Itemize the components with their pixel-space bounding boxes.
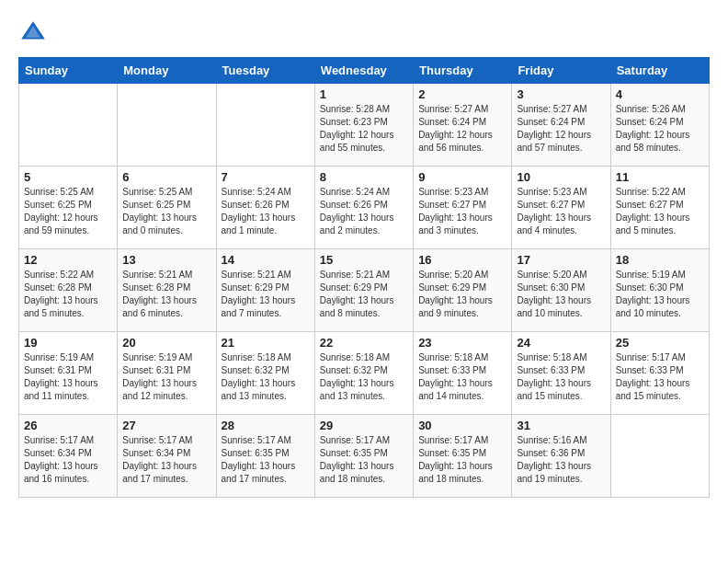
- day-info: Sunrise: 5:21 AM Sunset: 6:29 PM Dayligh…: [222, 269, 310, 320]
- logo-icon: [18, 18, 48, 48]
- day-number: 14: [222, 253, 310, 267]
- day-info: Sunrise: 5:17 AM Sunset: 6:34 PM Dayligh…: [24, 434, 112, 486]
- calendar-cell: 30Sunrise: 5:17 AM Sunset: 6:35 PM Dayli…: [414, 415, 512, 498]
- calendar-week-4: 19Sunrise: 5:19 AM Sunset: 6:31 PM Dayli…: [19, 332, 710, 415]
- header-wednesday: Wednesday: [314, 58, 413, 84]
- day-number: 3: [517, 87, 605, 101]
- day-info: Sunrise: 5:25 AM Sunset: 6:25 PM Dayligh…: [24, 186, 112, 237]
- day-info: Sunrise: 5:27 AM Sunset: 6:24 PM Dayligh…: [418, 103, 506, 155]
- day-number: 26: [24, 419, 112, 432]
- page-header: [18, 18, 710, 48]
- calendar-cell: 6Sunrise: 5:25 AM Sunset: 6:25 PM Daylig…: [118, 167, 216, 249]
- calendar-cell: 15Sunrise: 5:21 AM Sunset: 6:29 PM Dayli…: [314, 249, 413, 332]
- day-number: 9: [418, 170, 506, 184]
- calendar-cell: 13Sunrise: 5:21 AM Sunset: 6:28 PM Dayli…: [118, 249, 216, 332]
- calendar-cell: 18Sunrise: 5:19 AM Sunset: 6:30 PM Dayli…: [610, 249, 709, 332]
- day-info: Sunrise: 5:18 AM Sunset: 6:32 PM Dayligh…: [320, 351, 408, 403]
- day-number: 4: [616, 87, 704, 101]
- calendar-cell: 10Sunrise: 5:23 AM Sunset: 6:27 PM Dayli…: [512, 167, 610, 249]
- day-number: 12: [24, 253, 112, 267]
- day-number: 25: [616, 336, 704, 350]
- day-number: 15: [320, 253, 408, 267]
- day-info: Sunrise: 5:28 AM Sunset: 6:23 PM Dayligh…: [320, 103, 408, 155]
- day-number: 24: [517, 336, 605, 350]
- day-number: 20: [122, 336, 210, 350]
- day-number: 2: [418, 87, 506, 101]
- calendar-cell: 4Sunrise: 5:26 AM Sunset: 6:24 PM Daylig…: [610, 84, 709, 167]
- day-number: 22: [320, 336, 408, 350]
- calendar-cell: 26Sunrise: 5:17 AM Sunset: 6:34 PM Dayli…: [19, 415, 118, 498]
- calendar-cell: 17Sunrise: 5:20 AM Sunset: 6:30 PM Dayli…: [512, 249, 610, 332]
- calendar-cell: 24Sunrise: 5:18 AM Sunset: 6:33 PM Dayli…: [512, 332, 610, 415]
- calendar-cell: 23Sunrise: 5:18 AM Sunset: 6:33 PM Dayli…: [414, 332, 512, 415]
- day-info: Sunrise: 5:21 AM Sunset: 6:29 PM Dayligh…: [320, 269, 408, 320]
- day-info: Sunrise: 5:17 AM Sunset: 6:35 PM Dayligh…: [222, 434, 310, 486]
- day-number: 8: [320, 170, 408, 184]
- day-number: 27: [122, 419, 210, 432]
- day-info: Sunrise: 5:25 AM Sunset: 6:25 PM Dayligh…: [122, 186, 210, 237]
- day-number: 6: [122, 170, 210, 184]
- calendar-cell: 1Sunrise: 5:28 AM Sunset: 6:23 PM Daylig…: [314, 84, 413, 167]
- day-number: 10: [517, 170, 605, 184]
- header-friday: Friday: [512, 58, 610, 84]
- day-info: Sunrise: 5:27 AM Sunset: 6:24 PM Dayligh…: [517, 103, 605, 155]
- day-number: 23: [418, 336, 506, 350]
- day-info: Sunrise: 5:17 AM Sunset: 6:34 PM Dayligh…: [122, 434, 210, 486]
- calendar-cell: 5Sunrise: 5:25 AM Sunset: 6:25 PM Daylig…: [19, 167, 118, 249]
- day-number: 11: [616, 170, 704, 184]
- calendar-week-1: 1Sunrise: 5:28 AM Sunset: 6:23 PM Daylig…: [19, 84, 710, 167]
- day-info: Sunrise: 5:19 AM Sunset: 6:30 PM Dayligh…: [616, 269, 704, 320]
- day-number: 17: [517, 253, 605, 267]
- logo: [18, 18, 53, 48]
- calendar-cell: 25Sunrise: 5:17 AM Sunset: 6:33 PM Dayli…: [610, 332, 709, 415]
- calendar-cell: [610, 415, 709, 498]
- day-number: 29: [320, 419, 408, 432]
- header-tuesday: Tuesday: [216, 58, 314, 84]
- day-info: Sunrise: 5:24 AM Sunset: 6:26 PM Dayligh…: [222, 186, 310, 237]
- calendar-week-2: 5Sunrise: 5:25 AM Sunset: 6:25 PM Daylig…: [19, 167, 710, 249]
- day-info: Sunrise: 5:26 AM Sunset: 6:24 PM Dayligh…: [616, 103, 704, 155]
- calendar-cell: 7Sunrise: 5:24 AM Sunset: 6:26 PM Daylig…: [216, 167, 314, 249]
- day-number: 28: [222, 419, 310, 432]
- day-number: 16: [418, 253, 506, 267]
- calendar-cell: [19, 84, 118, 167]
- day-number: 21: [222, 336, 310, 350]
- day-info: Sunrise: 5:23 AM Sunset: 6:27 PM Dayligh…: [517, 186, 605, 237]
- calendar-cell: 14Sunrise: 5:21 AM Sunset: 6:29 PM Dayli…: [216, 249, 314, 332]
- calendar-cell: 31Sunrise: 5:16 AM Sunset: 6:36 PM Dayli…: [512, 415, 610, 498]
- calendar-cell: 12Sunrise: 5:22 AM Sunset: 6:28 PM Dayli…: [19, 249, 118, 332]
- day-info: Sunrise: 5:20 AM Sunset: 6:30 PM Dayligh…: [517, 269, 605, 320]
- calendar-cell: 27Sunrise: 5:17 AM Sunset: 6:34 PM Dayli…: [118, 415, 216, 498]
- day-number: 31: [517, 419, 605, 432]
- header-saturday: Saturday: [610, 58, 709, 84]
- day-info: Sunrise: 5:22 AM Sunset: 6:28 PM Dayligh…: [24, 269, 112, 320]
- day-number: 18: [616, 253, 704, 267]
- day-info: Sunrise: 5:19 AM Sunset: 6:31 PM Dayligh…: [24, 351, 112, 403]
- day-info: Sunrise: 5:18 AM Sunset: 6:33 PM Dayligh…: [418, 351, 506, 403]
- calendar-cell: 29Sunrise: 5:17 AM Sunset: 6:35 PM Dayli…: [314, 415, 413, 498]
- calendar-cell: 19Sunrise: 5:19 AM Sunset: 6:31 PM Dayli…: [19, 332, 118, 415]
- calendar-header-row: SundayMondayTuesdayWednesdayThursdayFrid…: [19, 58, 710, 84]
- calendar-cell: [216, 84, 314, 167]
- day-info: Sunrise: 5:21 AM Sunset: 6:28 PM Dayligh…: [122, 269, 210, 320]
- day-info: Sunrise: 5:19 AM Sunset: 6:31 PM Dayligh…: [122, 351, 210, 403]
- day-info: Sunrise: 5:17 AM Sunset: 6:33 PM Dayligh…: [616, 351, 704, 403]
- calendar-cell: 20Sunrise: 5:19 AM Sunset: 6:31 PM Dayli…: [118, 332, 216, 415]
- day-number: 5: [24, 170, 112, 184]
- day-number: 19: [24, 336, 112, 350]
- day-info: Sunrise: 5:23 AM Sunset: 6:27 PM Dayligh…: [418, 186, 506, 237]
- day-info: Sunrise: 5:17 AM Sunset: 6:35 PM Dayligh…: [320, 434, 408, 486]
- day-info: Sunrise: 5:24 AM Sunset: 6:26 PM Dayligh…: [320, 186, 408, 237]
- header-monday: Monday: [118, 58, 216, 84]
- calendar-cell: 28Sunrise: 5:17 AM Sunset: 6:35 PM Dayli…: [216, 415, 314, 498]
- calendar-cell: 16Sunrise: 5:20 AM Sunset: 6:29 PM Dayli…: [414, 249, 512, 332]
- day-number: 1: [320, 87, 408, 101]
- calendar-week-3: 12Sunrise: 5:22 AM Sunset: 6:28 PM Dayli…: [19, 249, 710, 332]
- calendar-cell: 22Sunrise: 5:18 AM Sunset: 6:32 PM Dayli…: [314, 332, 413, 415]
- day-info: Sunrise: 5:16 AM Sunset: 6:36 PM Dayligh…: [517, 434, 605, 486]
- day-info: Sunrise: 5:17 AM Sunset: 6:35 PM Dayligh…: [418, 434, 506, 486]
- calendar-table: SundayMondayTuesdayWednesdayThursdayFrid…: [18, 57, 710, 498]
- day-info: Sunrise: 5:18 AM Sunset: 6:32 PM Dayligh…: [222, 351, 310, 403]
- day-info: Sunrise: 5:22 AM Sunset: 6:27 PM Dayligh…: [616, 186, 704, 237]
- day-number: 7: [222, 170, 310, 184]
